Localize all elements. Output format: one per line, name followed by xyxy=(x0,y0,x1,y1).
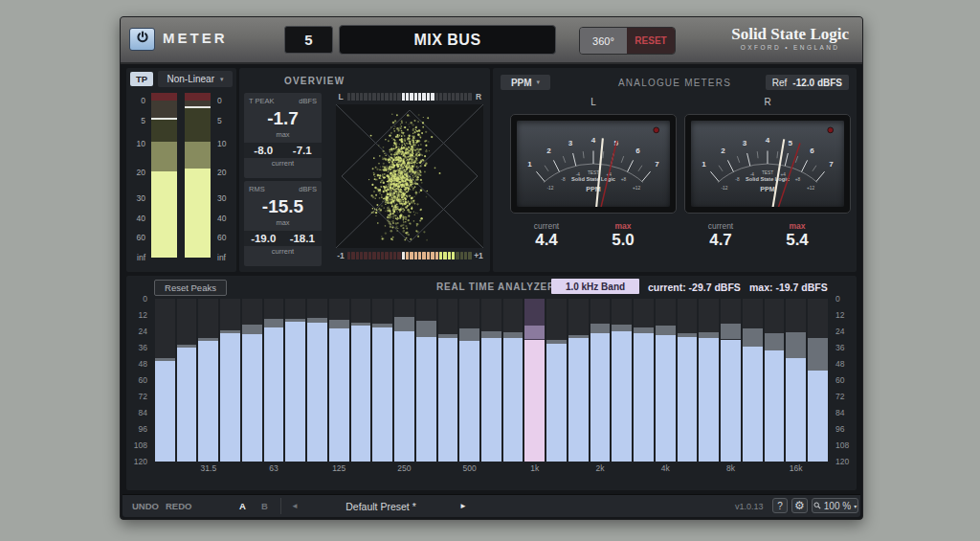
rta-band[interactable] xyxy=(459,299,479,462)
rta-band-peak xyxy=(503,332,523,338)
settings-gear-button[interactable]: ⚙ xyxy=(791,498,808,513)
rta-band-peak xyxy=(242,325,262,334)
rta-band[interactable] xyxy=(372,299,392,462)
preset-prev-button[interactable]: ◄ xyxy=(291,495,299,517)
correlation-segment xyxy=(347,252,350,259)
rta-band-peak xyxy=(546,340,567,344)
rta-band-peak xyxy=(765,333,785,350)
rta-band-level xyxy=(242,334,262,462)
rta-band[interactable] xyxy=(743,299,763,462)
help-button[interactable]: ? xyxy=(772,498,788,513)
rta-band-peak xyxy=(264,319,284,327)
rta-band-level xyxy=(438,338,458,462)
rta-band-level xyxy=(329,328,349,462)
rta-band[interactable] xyxy=(765,299,785,462)
correlation-segment xyxy=(464,252,467,259)
rta-band[interactable] xyxy=(546,299,567,462)
rta-axis-label: 0 xyxy=(126,294,151,304)
rta-band[interactable] xyxy=(394,299,414,462)
rta-band[interactable] xyxy=(329,299,349,462)
rta-band-level xyxy=(743,347,763,462)
scale-mode-dropdown[interactable]: Non-Linear ▾ xyxy=(158,71,233,87)
rta-frequency-label xyxy=(177,463,197,473)
svg-text:+8: +8 xyxy=(795,177,801,182)
rta-frequency-label xyxy=(808,463,828,473)
svg-text:-8: -8 xyxy=(561,177,566,182)
balance-segment xyxy=(439,93,442,101)
ab-compare-b[interactable]: B xyxy=(261,495,268,517)
rta-frequency-label xyxy=(503,463,523,473)
rta-axis-label: 84 xyxy=(126,408,151,417)
bus-name-field[interactable]: MIX BUS xyxy=(339,25,556,55)
rta-band[interactable] xyxy=(198,299,218,462)
instance-number-field[interactable]: 5 xyxy=(284,26,333,54)
svg-text:2: 2 xyxy=(546,147,551,155)
rta-frequency-label xyxy=(568,463,589,473)
preset-next-button[interactable]: ► xyxy=(459,495,467,517)
svg-text:6: 6 xyxy=(635,147,640,155)
balance-segment xyxy=(351,93,354,101)
rta-band-level xyxy=(177,348,197,462)
rta-band[interactable] xyxy=(307,299,327,462)
rta-band[interactable] xyxy=(351,299,371,462)
meter-scale-label: 30 xyxy=(126,193,147,203)
svg-text:6: 6 xyxy=(810,147,814,155)
rta-band[interactable] xyxy=(155,299,175,462)
balance-meter xyxy=(347,93,472,101)
correlation-segment xyxy=(356,252,359,259)
rta-band-level xyxy=(459,341,479,462)
preset-name[interactable]: Default Preset * xyxy=(314,495,448,517)
rta-band[interactable] xyxy=(220,299,240,462)
bottom-toolbar: UNDO REDO A B ◄ Default Preset * ► v1.0.… xyxy=(122,494,860,517)
rta-band[interactable] xyxy=(634,299,654,462)
balance-segment xyxy=(410,93,412,101)
rta-band[interactable] xyxy=(699,299,719,462)
tp-toggle[interactable]: TP xyxy=(130,72,153,86)
rta-band[interactable] xyxy=(438,299,458,462)
rta-band[interactable] xyxy=(656,299,676,462)
rta-band[interactable] xyxy=(177,299,197,462)
meter-scale-label: inf xyxy=(215,253,236,262)
meter-scale-label: 20 xyxy=(126,168,147,177)
svg-text:TEST: TEST xyxy=(588,170,599,175)
analogue-meters-panel: PPM ▾ ANALOGUE METERS Ref -12.0 dBFS L R… xyxy=(493,68,857,272)
reference-level-control[interactable]: Ref -12.0 dBFS xyxy=(766,75,849,90)
correlation-segment xyxy=(439,252,442,259)
correlation-segment xyxy=(402,252,405,259)
rta-band[interactable] xyxy=(481,299,501,462)
rta-band-peak xyxy=(329,320,349,328)
rta-band-level xyxy=(503,338,523,462)
redo-button[interactable]: REDO xyxy=(166,495,191,517)
correlation-segment xyxy=(448,252,451,259)
rta-band[interactable] xyxy=(503,299,523,462)
power-button[interactable] xyxy=(129,28,155,51)
rta-band[interactable] xyxy=(524,299,545,462)
true-peak-meters-panel: TP Non-Linear ▾ 051020304060inf 05102030… xyxy=(126,68,236,272)
header-bar: METER 5 MIX BUS 360° RESET Solid State L… xyxy=(121,17,862,64)
reset-peaks-button[interactable]: Reset Peaks xyxy=(154,280,227,296)
reset-button[interactable]: RESET xyxy=(627,28,675,54)
meter-scale-label: 60 xyxy=(215,233,236,242)
rta-frequency-label xyxy=(481,463,501,473)
undo-button[interactable]: UNDO xyxy=(132,495,159,517)
rta-band[interactable] xyxy=(808,299,828,462)
rta-band[interactable] xyxy=(242,299,262,462)
rta-band[interactable] xyxy=(721,299,741,462)
rta-band[interactable] xyxy=(285,299,305,462)
balance-segment xyxy=(448,93,451,101)
rta-band[interactable] xyxy=(678,299,698,462)
rta-band[interactable] xyxy=(416,299,436,462)
rta-band[interactable] xyxy=(264,299,284,462)
ab-compare-a[interactable]: A xyxy=(239,495,246,517)
rta-band[interactable] xyxy=(568,299,589,462)
rta-band[interactable] xyxy=(612,299,632,462)
mode-360-button[interactable]: 360° xyxy=(580,28,627,54)
selected-band-chip[interactable]: 1.0 kHz Band xyxy=(551,279,639,294)
rta-band-peak xyxy=(285,319,305,322)
rta-axis-label: 60 xyxy=(832,375,857,385)
zoom-control[interactable]: 100 % ▾ xyxy=(812,498,858,513)
rta-band[interactable] xyxy=(786,299,806,462)
rta-band[interactable] xyxy=(590,299,611,462)
mode-group: 360° RESET xyxy=(579,27,676,55)
svg-text:PPM: PPM xyxy=(760,185,775,193)
